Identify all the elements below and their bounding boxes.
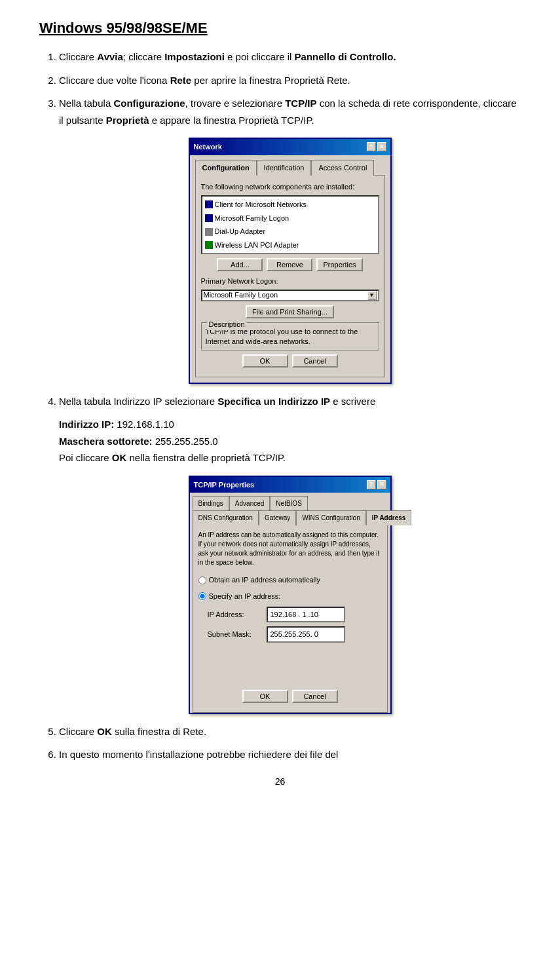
network-dialog: Network ? ✕ Configuration Identification… [189, 138, 392, 384]
primary-network-combobox[interactable]: Microsoft Family Logon ▼ [201, 290, 379, 301]
step-2: Cliccare due volte l'icona Rete per apri… [59, 72, 521, 89]
step-1: Cliccare Avvia; cliccare Impostazioni e … [59, 48, 521, 66]
help-button[interactable]: ? [367, 142, 376, 151]
tab-configuration[interactable]: Configuration [195, 160, 257, 176]
instructions-list: Cliccare Avvia; cliccare Impostazioni e … [59, 48, 521, 409]
description-group: Description TCP/IP is the protocol you u… [201, 322, 379, 350]
tcpip-info-text: An IP address can be automatically assig… [198, 531, 382, 567]
step-5: Cliccare OK sulla finestra di Rete. [59, 723, 521, 740]
tcpip-help-button[interactable]: ? [367, 480, 376, 489]
primary-network-label: Primary Network Logon: [201, 275, 379, 288]
tab-netbios[interactable]: NetBIOS [270, 496, 307, 510]
step1-text: Cliccare Avvia; cliccare Impostazioni e … [59, 51, 396, 62]
spacer [198, 647, 382, 686]
page-title: Windows 95/98/98SE/ME [39, 20, 521, 37]
tab-ip-address[interactable]: IP Address [366, 510, 412, 525]
remove-button[interactable]: Remove [267, 258, 312, 271]
primary-network-value: Microsoft Family Logon [204, 289, 278, 301]
network-icon [205, 200, 213, 208]
ip-address-row: IP Address: 192.168 . 1 .10 [208, 607, 382, 623]
tcpip-cancel-button[interactable]: Cancel [292, 690, 338, 703]
description-group-label: Description [207, 318, 247, 331]
list-item-client: Client for Microsoft Networks [204, 198, 377, 212]
network-dialog-title: Network [194, 141, 222, 153]
tab-wins-config[interactable]: WINS Configuration [296, 510, 365, 525]
subnet-mask-field[interactable]: 255.255.255. 0 [267, 626, 345, 643]
subnet-mask-label: Subnet Mask: [208, 628, 267, 641]
step-3: Nella tabula Configurazione, trovare e s… [59, 95, 521, 384]
ip-info-block: Indirizzo IP: 192.168.1.10 Maschera sott… [59, 416, 521, 714]
poi-line: Poi cliccare OK nella fienstra delle pro… [59, 449, 521, 466]
dialup-icon [205, 228, 213, 236]
network-tabs: Configuration Identification Access Cont… [195, 159, 385, 176]
properties-button[interactable]: Properties [316, 258, 362, 271]
title-controls: ? ✕ [367, 142, 386, 151]
tab-access-control[interactable]: Access Control [311, 160, 374, 176]
network-dialog-screenshot: Network ? ✕ Configuration Identification… [59, 138, 521, 384]
tcpip-ok-button[interactable]: OK [242, 690, 288, 703]
step-6: In questo momento l'installazione potreb… [59, 746, 521, 763]
network-title-bar: Network ? ✕ [190, 139, 390, 155]
tcpip-tabs-row2: DNS Configuration Gateway WINS Configura… [190, 510, 390, 525]
tcpip-tabs-row1: Bindings Advanced NetBIOS [190, 493, 390, 510]
tcpip-ok-cancel-row: OK Cancel [198, 690, 382, 703]
page-number: 26 [39, 776, 521, 787]
ip-line: Indirizzo IP: 192.168.1.10 [59, 416, 521, 433]
combobox-arrow[interactable]: ▼ [367, 291, 377, 300]
tcpip-close-button[interactable]: ✕ [377, 480, 386, 489]
radio-obtain-input[interactable] [198, 576, 206, 584]
radio-specify-input[interactable] [198, 592, 206, 600]
tab-bindings[interactable]: Bindings [193, 496, 229, 510]
components-listbox[interactable]: Client for Microsoft Networks Microsoft … [201, 195, 379, 254]
network-dialog-body: Configuration Identification Access Cont… [190, 155, 390, 383]
radio-specify-label: Specify an IP address: [209, 590, 281, 603]
add-button[interactable]: Add... [217, 258, 263, 271]
tcpip-dialog: TCP/IP Properties ? ✕ Bindings Advanced … [189, 476, 392, 714]
add-remove-props-row: Add... Remove Properties [201, 258, 379, 271]
logon-icon [205, 214, 213, 222]
step-4: Nella tabula Indirizzo IP selezionare Sp… [59, 393, 521, 410]
radio-obtain-label: Obtain an IP address automatically [209, 574, 320, 586]
tab-gateway[interactable]: Gateway [259, 510, 296, 525]
subnet-line: Maschera sottorete: 255.255.255.0 [59, 433, 521, 450]
network-ok-button[interactable]: OK [242, 354, 288, 368]
close-button[interactable]: ✕ [377, 142, 386, 151]
network-cancel-button[interactable]: Cancel [292, 354, 338, 368]
radio-specify: Specify an IP address: [198, 590, 382, 603]
tcpip-dialog-title: TCP/IP Properties [194, 479, 255, 491]
configuration-tab-content: The following network components are ins… [195, 175, 385, 377]
tcpip-title-bar: TCP/IP Properties ? ✕ [190, 477, 390, 493]
ok-cancel-row-network: OK Cancel [201, 354, 379, 368]
tcpip-dialog-screenshot: TCP/IP Properties ? ✕ Bindings Advanced … [59, 476, 521, 714]
list-item-dialup: Dial-Up Adapter [204, 225, 377, 238]
tcpip-title-controls: ? ✕ [367, 480, 386, 489]
components-label: The following network components are ins… [201, 181, 379, 193]
wireless-icon [205, 241, 213, 249]
subnet-mask-row: Subnet Mask: 255.255.255. 0 [208, 626, 382, 643]
list-item-wireless: Wireless LAN PCI Adapter [204, 238, 377, 252]
radio-obtain: Obtain an IP address automatically [198, 574, 382, 586]
steps-5-6: Cliccare OK sulla finestra di Rete. In q… [59, 723, 521, 763]
tab-identification[interactable]: Identification [257, 160, 312, 176]
file-print-row: File and Print Sharing... [201, 305, 379, 318]
tab-dns-config[interactable]: DNS Configuration [193, 510, 259, 525]
file-print-button[interactable]: File and Print Sharing... [246, 305, 334, 318]
list-item-logon: Microsoft Family Logon [204, 212, 377, 225]
ip-address-label: IP Address: [208, 609, 267, 621]
tcpip-tab-content: An IP address can be automatically assig… [193, 525, 388, 713]
list-item-tcpip-dialup: TCP/IP -> Dial-Up Adapter [204, 252, 377, 254]
ip-address-field[interactable]: 192.168 . 1 .10 [267, 607, 345, 623]
tab-advanced[interactable]: Advanced [229, 496, 270, 510]
